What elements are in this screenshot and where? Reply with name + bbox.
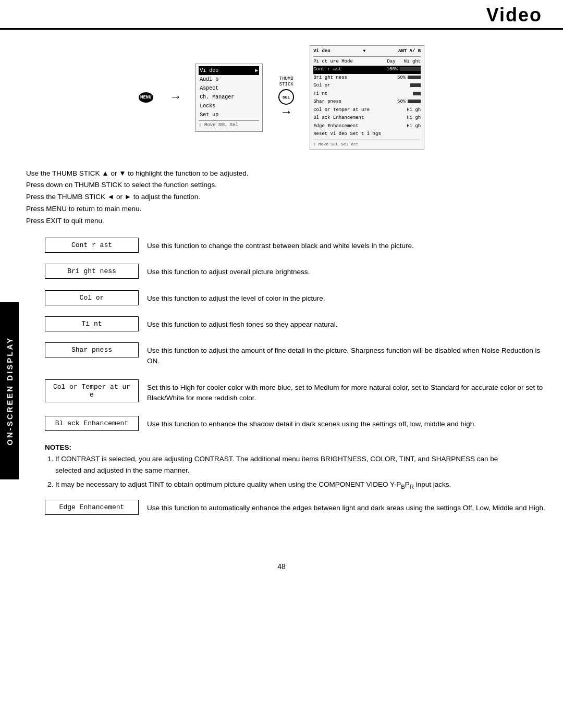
menu-box2-row-reset: Reset Vi deo Set t i ngs [313, 130, 421, 139]
contrast-label: Cont r ast [45, 238, 139, 253]
color-label: Col or [45, 290, 139, 305]
menu-box2-row-edgeenh: Edge EnhancementHi gh [313, 122, 421, 131]
instruction-5: Press EXIT to quit menu. [26, 215, 537, 227]
arrow1: → [172, 91, 179, 104]
menu-box-1: Vi deo▶ Audi o Aspect Ch. Manager Locks … [195, 64, 263, 132]
function-row-blackenh: Bl ack Enhancement Use this function to … [45, 416, 556, 433]
colortemp-label: Col or Temper at ur e [45, 379, 139, 402]
blackenh-label: Bl ack Enhancement [45, 416, 139, 431]
sharpness-label: Shar pness [45, 342, 139, 357]
edgeenh-label: Edge Enhancement [45, 500, 139, 515]
thumb-stick-label: THUMBSTICK [279, 76, 293, 88]
edgeenh-desc: Use this function to automatically enhan… [139, 500, 556, 516]
menu-box1-item-setup: Set up [199, 110, 259, 119]
page-header: Video [0, 0, 563, 30]
notes-list: If CONTRAST is selected, you are adjusti… [55, 453, 518, 491]
menu-box2-row-blackenh: Bl ack EnhancementHi gh [313, 114, 421, 122]
menu-box1-footer: ↕ Move SEL Sel [199, 120, 259, 129]
thumb-stick-icon: SEL [278, 89, 294, 105]
function-row-sharpness: Shar pness Use this function to adjust t… [45, 342, 556, 370]
function-row-brightness: Bri ght ness Use this function to adjust… [45, 264, 556, 280]
color-desc: Use this function to adjust the level of… [139, 290, 556, 307]
menu-icon-container: MENU [139, 92, 153, 103]
instruction-4: Press MENU to return to main menu. [26, 203, 537, 215]
instruction-1: Use the THUMB STICK ▲ or ▼ to highlight … [26, 168, 537, 180]
diagram-section: MENU → Vi deo▶ Audi o Aspect Ch. Manager… [26, 40, 537, 155]
menu-box2-row-color: Col or [313, 82, 421, 90]
tint-desc: Use this function to adjust flesh tones … [139, 316, 556, 333]
function-row-edgeenh: Edge Enhancement Use this function to au… [45, 500, 556, 516]
menu-box2-row-colortemp: Col or Temper at ureHi gh [313, 106, 421, 115]
menu-box2-row-brightness: Bri ght ness 50% [313, 74, 421, 82]
arrow2-container: THUMBSTICK SEL → [278, 76, 294, 119]
blackenh-desc: Use this function to enhance the shadow … [139, 416, 556, 433]
page-number: 48 [0, 562, 563, 581]
main-content: MENU → Vi deo▶ Audi o Aspect Ch. Manager… [0, 30, 563, 547]
instruction-2: Press down on THUMB STICK to select the … [26, 179, 537, 191]
menu-box1-item-aspect: Aspect [199, 84, 259, 93]
menu-box2-header: Vi deo▼ANT A/ B [313, 48, 421, 57]
menu-box2-row-tint: Ti nt [313, 90, 421, 98]
side-label-text: ON-SCREEN DISPLAY [5, 337, 14, 446]
menu-box1-item-chmanager: Ch. Manager [199, 93, 259, 102]
instruction-3: Press the THUMB STICK ◄ or ► to adjust t… [26, 191, 537, 203]
menu-button-icon: MENU [139, 92, 153, 103]
menu-box2-row-contrast: Cont r ast 100% [313, 66, 421, 74]
function-row-color: Col or Use this function to adjust the l… [45, 290, 556, 307]
menu-box2-row-sharpness: Shar pness 50% [313, 98, 421, 106]
function-row-colortemp: Col or Temper at ur e Set this to High f… [45, 379, 556, 407]
page-title: Video [486, 4, 542, 26]
menu-box1-title: Vi deo▶ [199, 66, 259, 75]
function-row-tint: Ti nt Use this function to adjust flesh … [45, 316, 556, 333]
menu-box2-row-picturemode: Pi ct ure ModeDay Ni ght [313, 58, 421, 66]
function-table: Cont r ast Use this function to change t… [45, 238, 556, 433]
tint-label: Ti nt [45, 316, 139, 331]
contrast-desc: Use this function to change the contrast… [139, 238, 556, 254]
menu-box1-item-audio: Audi o [199, 75, 259, 84]
side-label: ON-SCREEN DISPLAY [0, 302, 19, 479]
menu-box-2: Vi deo▼ANT A/ B Pi ct ure ModeDay Ni ght… [310, 45, 424, 150]
brightness-desc: Use this function to adjust overall pict… [139, 264, 556, 280]
menu-box2-footer: ↕ Move SEL Sel ect [313, 140, 421, 147]
brightness-label: Bri ght ness [45, 264, 139, 279]
note-2: It may be necessary to adjust TINT to ob… [55, 479, 518, 491]
instructions: Use the THUMB STICK ▲ or ▼ to highlight … [26, 168, 537, 228]
menu-box1-item-locks: Locks [199, 102, 259, 110]
notes-label: NOTES: [45, 443, 71, 451]
notes-section: NOTES: If CONTRAST is selected, you are … [45, 442, 518, 491]
extra-function-table: Edge Enhancement Use this function to au… [45, 500, 556, 516]
function-row-contrast: Cont r ast Use this function to change t… [45, 238, 556, 254]
colortemp-desc: Set this to High for cooler color with m… [139, 379, 556, 407]
note-1: If CONTRAST is selected, you are adjusti… [55, 453, 518, 476]
sharpness-desc: Use this function to adjust the amount o… [139, 342, 556, 370]
